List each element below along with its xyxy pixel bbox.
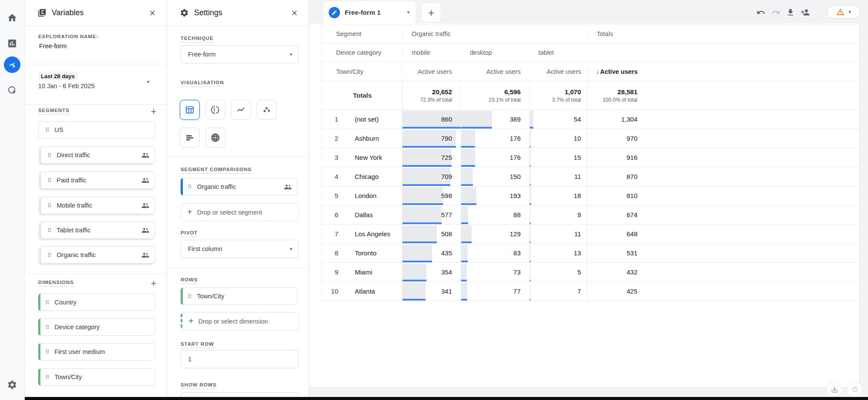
settings-close-icon[interactable]: × (290, 7, 299, 19)
sampling-warning-button[interactable]: ▾ (827, 5, 861, 19)
start-row-input[interactable]: 1 (181, 350, 299, 368)
cell-bar-background (461, 245, 468, 261)
admin-gear-icon[interactable] (3, 376, 21, 393)
cell-bar-background (461, 206, 468, 222)
exploration-name-block: EXPLORATION NAME: Free-form (38, 32, 98, 50)
viz-option-scatter-chart-icon[interactable] (257, 100, 277, 120)
cell-bar-indicator (403, 280, 426, 281)
drag-handle-icon[interactable]: ⠿ (47, 177, 51, 184)
download-tray-icon (831, 386, 838, 393)
viz-option-bar-chart-icon[interactable] (180, 128, 200, 148)
row-city-label: Chicago (355, 173, 379, 180)
row-total-value: 870 (627, 173, 637, 180)
explore-icon[interactable] (3, 56, 21, 73)
download-icon[interactable] (785, 7, 795, 17)
person-add-icon[interactable] (800, 7, 810, 17)
cell-bar-background (530, 130, 531, 146)
export-fab[interactable] (826, 381, 842, 397)
explore-active-circle (4, 56, 20, 73)
dimension-chip-first-user-medium[interactable]: ⠿First user medium (38, 343, 155, 360)
table-row-london: 5London59819318810 (322, 186, 860, 205)
exploration-name-value[interactable]: Free-form (39, 43, 98, 50)
row-total-cell: 870 (587, 167, 648, 186)
reports-icon[interactable] (3, 35, 21, 52)
metric-cell: 341 (402, 282, 461, 301)
cell-bar-background (461, 111, 492, 127)
comparison-chip-organic-traffic[interactable]: ⠿Organic traffic (181, 178, 297, 195)
comparison-chip-label: Organic traffic (197, 183, 236, 190)
dimension-drop-zone[interactable]: + Drop or select dimension (181, 312, 299, 330)
edit-pencil-icon (329, 7, 340, 18)
viz-option-donut-chart-icon[interactable] (205, 100, 225, 120)
viz-option-line-chart-icon[interactable] (231, 100, 251, 120)
drag-handle-icon[interactable]: ⠿ (45, 374, 49, 380)
cell-bar-indicator (461, 222, 468, 224)
cell-bar-indicator (461, 280, 467, 281)
table-totals-row: Totals 20,65272.3% of total6,59623.1% of… (322, 81, 860, 110)
segment-chip-label: Tablet traffic (57, 227, 91, 234)
pivot-select[interactable]: First column ▾ (181, 240, 299, 258)
segment-chip-tablet-traffic[interactable]: ⠿Tablet traffic (40, 221, 155, 239)
free-form-table-card: Segment Organic traffic Totals Device ca… (309, 23, 860, 388)
tab-caret-icon[interactable]: ▾ (407, 10, 409, 15)
segment-chip-us[interactable]: ⠿US (38, 121, 155, 139)
segment-chip-paid-traffic[interactable]: ⠿Paid traffic (40, 172, 155, 189)
home-icon[interactable] (3, 9, 21, 26)
device-category-header-label: Device category (322, 49, 402, 56)
drag-handle-icon[interactable]: ⠿ (47, 227, 51, 234)
drag-handle-icon[interactable]: ⠿ (47, 252, 51, 258)
cell-bar-indicator (403, 203, 443, 205)
viz-option-geo-map-icon[interactable] (205, 128, 225, 148)
advertising-icon[interactable] (3, 82, 21, 99)
drag-handle-icon[interactable]: ⠿ (47, 202, 51, 209)
left-nav-rail (0, 0, 25, 400)
settings-gear-icon (180, 8, 189, 17)
drag-handle-icon[interactable]: ⠿ (188, 293, 191, 300)
row-chip-town/city[interactable]: ⠿Town/City (181, 288, 297, 305)
row-dimension-cell: 7Los Angeles (322, 230, 402, 238)
drag-handle-icon[interactable]: ⠿ (45, 349, 49, 355)
drag-handle-icon[interactable]: ⠿ (47, 152, 51, 159)
date-caret-icon[interactable]: ▾ (147, 79, 149, 85)
show-rows-select[interactable] (181, 392, 299, 397)
metric-value: 9 (578, 211, 581, 218)
add-dimension-button[interactable]: + (151, 280, 156, 288)
redo-icon[interactable] (770, 7, 781, 17)
segment-chip-organic-traffic[interactable]: ⠿Organic traffic (40, 246, 155, 264)
drag-handle-icon[interactable]: ⠿ (45, 299, 49, 306)
cell-bar-indicator (461, 203, 476, 205)
segment-drop-zone[interactable]: + Drop or select segment (181, 203, 299, 221)
row-rank: 1 (322, 116, 338, 123)
drag-handle-icon[interactable]: ⠿ (188, 184, 191, 190)
segment-chip-direct-traffic[interactable]: ⠿Direct traffic (40, 146, 155, 164)
viz-option-table-chart-icon[interactable] (180, 100, 200, 120)
totals-cell: 28,581100.0% of total (587, 81, 648, 110)
drag-handle-icon[interactable]: ⠿ (45, 127, 49, 133)
metric-value: 11 (574, 230, 581, 238)
undo-icon[interactable] (756, 7, 766, 17)
dimension-chip-device-category[interactable]: ⠿Device category (38, 318, 155, 336)
favorite-fab[interactable]: ☆ (847, 381, 863, 397)
cell-bar-indicator (461, 127, 492, 129)
cell-bar-indicator (530, 261, 531, 262)
metric-value: 176 (510, 154, 521, 161)
cell-bar-background (461, 168, 473, 184)
drag-handle-icon[interactable]: ⠿ (45, 324, 49, 331)
dimension-chip-country[interactable]: ⠿Country (38, 294, 155, 311)
row-total-value: 432 (627, 268, 637, 276)
metric-value: 598 (441, 192, 452, 199)
add-tab-button[interactable]: + (421, 3, 441, 23)
tab-free-form-1[interactable]: Free-form 1 ▾ (323, 1, 416, 23)
totals-cell: 20,65272.3% of total (402, 81, 461, 110)
table-row-dallas: 6Dallas577889674 (322, 205, 860, 225)
date-range-picker[interactable]: Last 28 days 10 Jan - 6 Feb 2025 (38, 72, 95, 89)
segment-chip-mobile-traffic[interactable]: ⠿Mobile traffic (40, 197, 155, 214)
add-segment-button[interactable]: + (151, 108, 156, 116)
settings-title: Settings (194, 8, 222, 17)
technique-select[interactable]: Free-form ▾ (181, 45, 299, 63)
dimension-chip-town/city[interactable]: ⠿Town/City (38, 368, 155, 386)
technique-value: Free-form (188, 51, 216, 58)
variables-close-icon[interactable]: × (148, 7, 157, 19)
metric-cell: 176 (461, 148, 529, 167)
sorted-metric-header[interactable]: ↓Active users (587, 68, 648, 75)
